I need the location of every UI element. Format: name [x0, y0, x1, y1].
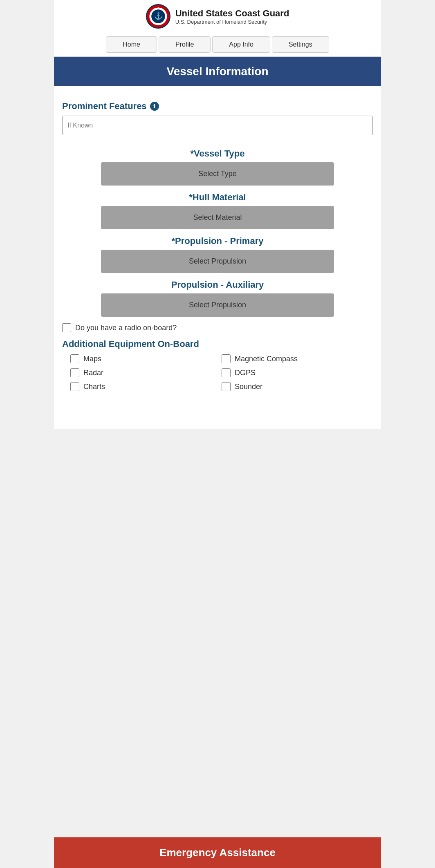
magnetic-compass-checkbox[interactable] — [222, 354, 231, 363]
radio-checkbox[interactable] — [62, 323, 71, 332]
equipment-maps: Maps — [70, 354, 213, 363]
page-title: Vessel Information — [54, 57, 381, 86]
nav-item-profile[interactable]: Profile — [159, 36, 211, 53]
nav-item-settings[interactable]: Settings — [272, 36, 329, 53]
svg-text:★: ★ — [157, 6, 159, 10]
sounder-checkbox[interactable] — [222, 382, 231, 391]
header: ⚓ ★ United States Coast Guard U.S. Depar… — [54, 0, 381, 33]
nav-item-app-info[interactable]: App Info — [212, 36, 270, 53]
maps-label: Maps — [83, 355, 101, 363]
logo-subtitle: U.S. Department of Homeland Security — [175, 19, 289, 25]
magnetic-compass-label: Magnetic Compass — [235, 355, 298, 363]
radar-checkbox[interactable] — [70, 368, 79, 377]
equipment-magnetic-compass: Magnetic Compass — [222, 354, 365, 363]
vessel-type-label: *Vessel Type — [62, 148, 373, 159]
propulsion-auxiliary-label: Propulsion - Auxiliary — [62, 280, 373, 290]
charts-checkbox[interactable] — [70, 382, 79, 391]
radio-row: Do you have a radio on-board? — [62, 323, 373, 332]
equipment-dgps: DGPS — [222, 368, 365, 377]
equipment-heading: Additional Equipment On-Board — [62, 339, 373, 349]
vessel-type-select[interactable]: Select Type — [101, 162, 334, 186]
hull-material-select[interactable]: Select Material — [101, 206, 334, 229]
logo-title: United States Coast Guard — [175, 8, 289, 19]
hull-material-label: *Hull Material — [62, 192, 373, 203]
main-content: Prominent Features ℹ *Vessel Type Select… — [54, 86, 381, 429]
logo-text: United States Coast Guard U.S. Departmen… — [175, 8, 289, 25]
equipment-sounder: Sounder — [222, 382, 365, 391]
prominent-features-input[interactable] — [62, 116, 373, 135]
equipment-grid: Maps Magnetic Compass Radar DGPS Charts … — [62, 354, 373, 391]
equipment-radar: Radar — [70, 368, 213, 377]
nav-item-home[interactable]: Home — [106, 36, 157, 53]
prominent-features-heading: Prominent Features ℹ — [62, 101, 373, 112]
sounder-label: Sounder — [235, 383, 262, 391]
nav-bar: Home Profile App Info Settings — [54, 33, 381, 57]
propulsion-primary-label: *Propulsion - Primary — [62, 236, 373, 246]
dgps-checkbox[interactable] — [222, 368, 231, 377]
maps-checkbox[interactable] — [70, 354, 79, 363]
svg-text:⚓: ⚓ — [154, 12, 162, 20]
propulsion-auxiliary-select[interactable]: Select Propulsion — [101, 293, 334, 317]
equipment-charts: Charts — [70, 382, 213, 391]
logo-container: ⚓ ★ United States Coast Guard U.S. Depar… — [146, 4, 289, 29]
charts-label: Charts — [83, 383, 105, 391]
info-icon[interactable]: ℹ — [150, 102, 159, 111]
prominent-features-label: Prominent Features — [62, 101, 147, 112]
radar-label: Radar — [83, 369, 103, 377]
uscg-logo-icon: ⚓ ★ — [146, 4, 170, 29]
dgps-label: DGPS — [235, 369, 256, 377]
propulsion-primary-select[interactable]: Select Propulsion — [101, 250, 334, 273]
radio-label: Do you have a radio on-board? — [75, 324, 177, 332]
